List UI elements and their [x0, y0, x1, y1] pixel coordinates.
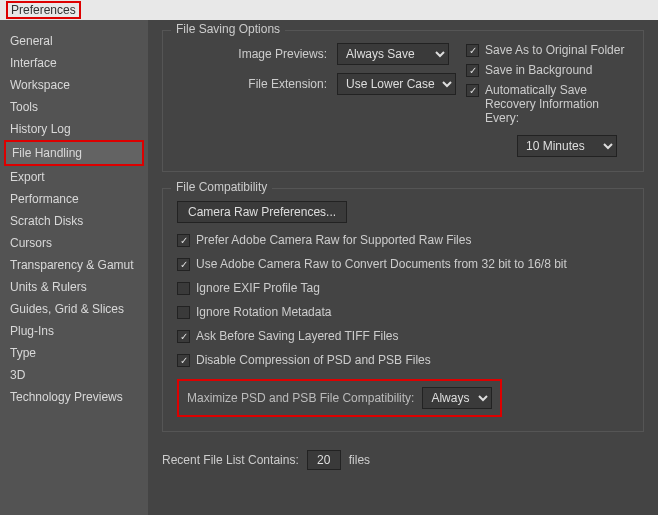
sidebar-item-file-handling[interactable]: File Handling [6, 142, 142, 164]
recent-file-row: Recent File List Contains: files [162, 450, 644, 470]
content-panel: File Saving Options Image Previews: Alwa… [148, 20, 658, 515]
checkbox-save-original[interactable] [466, 44, 479, 57]
sidebar-item-cursors[interactable]: Cursors [0, 232, 148, 254]
sidebar-item-type[interactable]: Type [0, 342, 148, 364]
input-recent-files[interactable] [307, 450, 341, 470]
label-ignore-exif: Ignore EXIF Profile Tag [196, 281, 320, 295]
select-max-compat[interactable]: Always [422, 387, 492, 409]
sidebar-item-performance[interactable]: Performance [0, 188, 148, 210]
label-ignore-rotation: Ignore Rotation Metadata [196, 305, 331, 319]
checkbox-use-acr-convert[interactable] [177, 258, 190, 271]
camera-raw-preferences-button[interactable]: Camera Raw Preferences... [177, 201, 347, 223]
label-max-compat: Maximize PSD and PSB File Compatibility: [187, 391, 414, 405]
group-file-saving: File Saving Options Image Previews: Alwa… [162, 30, 644, 172]
sidebar-item-tools[interactable]: Tools [0, 96, 148, 118]
sidebar-file-handling-highlight: File Handling [4, 140, 144, 166]
checkbox-ignore-exif[interactable] [177, 282, 190, 295]
sidebar: General Interface Workspace Tools Histor… [0, 20, 148, 515]
label-auto-recovery: Automatically Save Recovery Information … [485, 83, 629, 125]
label-save-background: Save in Background [485, 63, 592, 77]
select-recovery-interval[interactable]: 10 Minutes [517, 135, 617, 157]
checkbox-auto-recovery[interactable] [466, 84, 479, 97]
group-title-file-saving: File Saving Options [171, 22, 285, 36]
sidebar-item-workspace[interactable]: Workspace [0, 74, 148, 96]
sidebar-item-export[interactable]: Export [0, 166, 148, 188]
sidebar-item-scratch-disks[interactable]: Scratch Disks [0, 210, 148, 232]
label-ask-tiff: Ask Before Saving Layered TIFF Files [196, 329, 399, 343]
label-image-previews: Image Previews: [177, 47, 337, 61]
sidebar-item-3d[interactable]: 3D [0, 364, 148, 386]
sidebar-item-technology-previews[interactable]: Technology Previews [0, 386, 148, 408]
main-area: General Interface Workspace Tools Histor… [0, 20, 658, 515]
label-use-acr-convert: Use Adobe Camera Raw to Convert Document… [196, 257, 567, 271]
sidebar-item-transparency-gamut[interactable]: Transparency & Gamut [0, 254, 148, 276]
title-bar: Preferences [0, 0, 658, 20]
label-save-original: Save As to Original Folder [485, 43, 624, 57]
label-file-extension: File Extension: [177, 77, 337, 91]
sidebar-item-interface[interactable]: Interface [0, 52, 148, 74]
checkbox-ignore-rotation[interactable] [177, 306, 190, 319]
checkbox-ask-tiff[interactable] [177, 330, 190, 343]
label-recent-files: Recent File List Contains: [162, 453, 299, 467]
checkbox-disable-compression[interactable] [177, 354, 190, 367]
label-recent-files-suffix: files [349, 453, 370, 467]
sidebar-item-units-rulers[interactable]: Units & Rulers [0, 276, 148, 298]
group-title-file-compatibility: File Compatibility [171, 180, 272, 194]
label-prefer-acr: Prefer Adobe Camera Raw for Supported Ra… [196, 233, 471, 247]
sidebar-item-general[interactable]: General [0, 30, 148, 52]
sidebar-item-guides-grid-slices[interactable]: Guides, Grid & Slices [0, 298, 148, 320]
checkbox-prefer-acr[interactable] [177, 234, 190, 247]
label-disable-compression: Disable Compression of PSD and PSB Files [196, 353, 431, 367]
select-file-extension[interactable]: Use Lower Case [337, 73, 456, 95]
sidebar-item-history-log[interactable]: History Log [0, 118, 148, 140]
maximize-compat-highlight: Maximize PSD and PSB File Compatibility:… [177, 379, 502, 417]
checkbox-save-background[interactable] [466, 64, 479, 77]
window-title: Preferences [6, 1, 81, 19]
sidebar-item-plug-ins[interactable]: Plug-Ins [0, 320, 148, 342]
group-file-compatibility: File Compatibility Camera Raw Preference… [162, 188, 644, 432]
select-image-previews[interactable]: Always Save [337, 43, 449, 65]
